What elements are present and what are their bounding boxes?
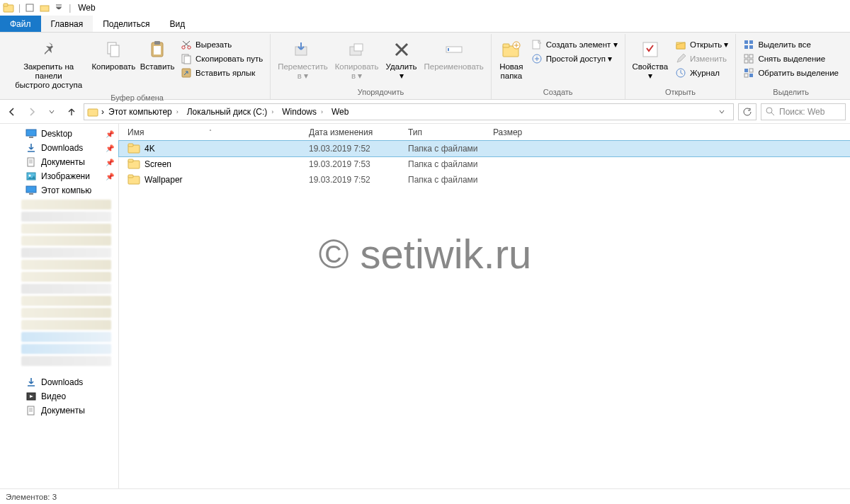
delete-button[interactable]: Удалить ▾ — [383, 37, 420, 82]
navigation-pane[interactable]: Desktop 📌 Downloads 📌 Документы 📌 Изобра… — [0, 124, 119, 488]
sidebar-item-documents[interactable]: Документы 📌 — [0, 155, 118, 169]
sidebar-item-downloads[interactable]: Downloads 📌 — [0, 141, 118, 155]
invert-button[interactable]: Обратить выделение — [740, 67, 842, 79]
open-button[interactable]: Открыть ▾ — [672, 38, 731, 51]
sidebar-item-thispc[interactable]: Этот компью — [0, 183, 118, 197]
open-label: Открыть ▾ — [690, 40, 728, 50]
create-group-label: Создать — [543, 86, 573, 99]
svg-rect-28 — [749, 40, 753, 44]
selectall-button[interactable]: Выделить все — [740, 38, 842, 51]
col-date[interactable]: Дата изменения — [309, 127, 408, 137]
folder-icon — [128, 158, 140, 171]
address-root-chevron[interactable]: › — [101, 107, 104, 117]
col-name[interactable]: Имя˄ — [128, 127, 309, 137]
tab-view[interactable]: Вид — [159, 16, 195, 32]
svg-rect-37 — [744, 74, 748, 77]
pin-indicator-icon: 📌 — [106, 130, 114, 138]
svg-rect-27 — [744, 40, 748, 44]
scissors-icon — [181, 39, 192, 50]
sidebar-blurred-item — [21, 308, 111, 318]
recent-dropdown[interactable] — [44, 104, 60, 120]
svg-rect-29 — [744, 45, 748, 49]
status-item-count: Элементов: 3 — [6, 493, 57, 501]
crumb-2[interactable]: Windows› — [280, 107, 327, 117]
tab-home[interactable]: Главная — [41, 16, 94, 32]
up-button[interactable] — [64, 104, 79, 120]
copypath-button[interactable]: Скопировать путь — [178, 52, 266, 65]
sidebar-item-downloads-2[interactable]: Downloads — [0, 375, 118, 389]
copyto-button[interactable]: Копировать в ▾ — [332, 37, 382, 82]
newitem-button[interactable]: Создать элемент ▾ — [528, 38, 620, 51]
file-row[interactable]: 4K19.03.2019 7:52Папка с файлами — [119, 141, 850, 156]
selectnone-button[interactable]: Снять выделение — [740, 52, 842, 65]
moveto-button[interactable]: Переместить в ▾ — [275, 37, 330, 82]
ribbon-group-open: Свойства ▾ Открыть ▾ Изменить Журнал Отк… — [625, 34, 737, 99]
tab-file[interactable]: Файл — [0, 16, 41, 32]
monitor-icon — [26, 128, 37, 139]
address-dropdown[interactable] — [713, 104, 730, 120]
sidebar-label: Downloads — [41, 143, 83, 153]
crumb-1[interactable]: Локальный диск (C:)› — [186, 107, 278, 117]
ribbon: Закрепить на панели быстрого доступа Коп… — [0, 33, 850, 100]
history-button[interactable]: Журнал — [672, 67, 731, 79]
sidebar-item-pictures[interactable]: Изображени 📌 — [0, 169, 118, 183]
svg-rect-2 — [26, 4, 33, 11]
col-size[interactable]: Размер — [493, 127, 550, 137]
address-bar[interactable]: › Этот компьютер› Локальный диск (C:)› W… — [84, 103, 734, 120]
ribbon-group-create: Новая папка Создать элемент ▾ Простой до… — [492, 34, 625, 99]
sidebar-blurred-item — [21, 212, 111, 222]
qat-dropdown-icon[interactable] — [53, 2, 64, 13]
svg-rect-35 — [744, 69, 748, 72]
easyaccess-button[interactable]: Простой доступ ▾ — [528, 52, 620, 65]
paste-button[interactable]: Вставить — [138, 37, 176, 73]
file-row[interactable]: Wallpaper19.03.2019 7:52Папка с файлами — [119, 172, 850, 188]
svg-rect-18 — [448, 48, 449, 51]
sidebar-item-documents-2[interactable]: Документы — [0, 403, 118, 418]
svg-rect-3 — [40, 6, 49, 11]
sidebar-item-video[interactable]: Видео — [0, 389, 118, 403]
copypath-icon — [181, 53, 192, 64]
selectall-label: Выделить все — [758, 40, 810, 49]
history-label: Журнал — [690, 69, 720, 77]
pin-icon — [38, 38, 60, 61]
cut-button[interactable]: Вырезать — [178, 38, 266, 51]
qat-icon[interactable] — [25, 2, 36, 13]
selectnone-icon — [743, 53, 754, 64]
col-type[interactable]: Тип — [408, 127, 493, 137]
pictures-icon — [26, 171, 37, 182]
sidebar-blurred-item — [21, 224, 111, 234]
chevron-icon[interactable]: › — [318, 108, 326, 115]
address-folder-icon — [87, 106, 98, 118]
document-icon — [26, 405, 37, 416]
column-headers[interactable]: Имя˄ Дата изменения Тип Размер — [119, 124, 850, 141]
crumb-0[interactable]: Этот компьютер› — [107, 107, 183, 117]
svg-rect-55 — [128, 175, 133, 178]
svg-rect-47 — [29, 193, 33, 195]
rename-button[interactable]: Переименовать — [421, 37, 486, 73]
svg-rect-51 — [128, 144, 133, 147]
refresh-button[interactable] — [738, 103, 756, 120]
file-row[interactable]: Screen19.03.2019 7:53Папка с файлами — [119, 156, 850, 172]
svg-rect-53 — [128, 159, 133, 162]
cut-label: Вырезать — [196, 40, 232, 49]
delete-label: Удалить ▾ — [386, 62, 417, 81]
chevron-icon[interactable]: › — [268, 108, 276, 115]
properties-icon — [639, 38, 662, 61]
search-box[interactable]: Поиск: Web — [761, 103, 846, 120]
back-button[interactable] — [4, 104, 20, 120]
paste-shortcut-button[interactable]: Вставить ярлык — [178, 67, 266, 79]
forward-button[interactable] — [24, 104, 40, 120]
newfolder-button[interactable]: Новая папка — [496, 37, 527, 82]
ribbon-group-organize: Переместить в ▾ Копировать в ▾ Удалить ▾… — [271, 34, 492, 99]
chevron-icon[interactable]: › — [174, 108, 181, 115]
folder-icon — [128, 142, 140, 155]
sidebar-item-desktop[interactable]: Desktop 📌 — [0, 127, 118, 141]
crumb-3[interactable]: Web — [330, 107, 350, 117]
svg-rect-38 — [749, 74, 753, 77]
pin-quickaccess-button[interactable]: Закрепить на панели быстрого доступа — [8, 37, 89, 92]
copy-button[interactable]: Копировать — [90, 37, 137, 73]
properties-button[interactable]: Свойства ▾ — [630, 37, 672, 82]
edit-button[interactable]: Изменить — [672, 52, 731, 65]
tab-share[interactable]: Поделиться — [93, 16, 159, 32]
svg-rect-42 — [29, 137, 33, 138]
